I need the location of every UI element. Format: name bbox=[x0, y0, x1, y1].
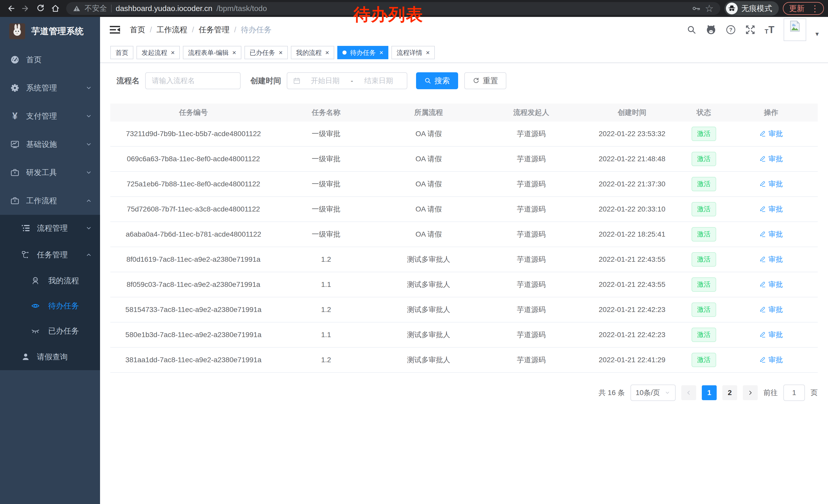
approve-link[interactable]: 审批 bbox=[759, 154, 783, 164]
breadcrumb-current: 待办任务 bbox=[241, 25, 272, 35]
people-icon bbox=[30, 276, 41, 285]
cell-create-time: 2022-01-22 21:48:48 bbox=[581, 155, 683, 163]
tab-home[interactable]: 首页 bbox=[110, 46, 133, 59]
tab-label: 已办任务 bbox=[250, 48, 275, 57]
bookmark-star-icon[interactable]: ☆ bbox=[705, 4, 714, 13]
page-button-2[interactable]: 2 bbox=[722, 385, 737, 400]
sidebar-item-label: 基础设施 bbox=[26, 139, 79, 150]
github-link-button[interactable] bbox=[706, 25, 716, 35]
cell-task-name: 一级审批 bbox=[277, 154, 376, 164]
docs-help-button[interactable]: ? bbox=[726, 25, 736, 35]
browser-menu-icon[interactable]: ⋮ bbox=[809, 4, 821, 13]
sidebar-item-payment[interactable]: ¥ 支付管理 bbox=[0, 102, 100, 130]
cell-starter: 芋道源码 bbox=[482, 179, 581, 189]
sidebar-item-label: 待办任务 bbox=[48, 301, 92, 311]
edit-pen-icon bbox=[759, 256, 766, 263]
header-search-button[interactable] bbox=[687, 25, 696, 35]
cell-task-id: a6aba0a4-7b6d-11ec-b781-acde48001122 bbox=[110, 230, 277, 238]
breadcrumb-home[interactable]: 首页 bbox=[130, 25, 145, 35]
status-badge: 激活 bbox=[692, 328, 716, 342]
tab-process-form-edit[interactable]: 流程表单-编辑× bbox=[183, 46, 241, 59]
table-row: 580e1b3d-7ac8-11ec-a9e2-a2380e71991a 1.1… bbox=[110, 322, 818, 348]
approve-link[interactable]: 审批 bbox=[759, 129, 783, 139]
edit-pen-icon bbox=[759, 357, 766, 363]
sidebar-item-home[interactable]: 首页 bbox=[0, 46, 100, 74]
password-key-icon[interactable] bbox=[692, 4, 701, 13]
browser-home-button[interactable] bbox=[49, 2, 62, 15]
close-icon[interactable]: × bbox=[233, 49, 236, 56]
approve-link[interactable]: 审批 bbox=[759, 305, 783, 315]
sidebar-item-system[interactable]: 系统管理 bbox=[0, 74, 100, 102]
browser-back-button[interactable] bbox=[4, 2, 17, 15]
cell-task-id: 58154733-7ac8-11ec-a9e2-a2380e71991a bbox=[110, 306, 277, 314]
page-size-select[interactable]: 10条/页 bbox=[630, 384, 676, 401]
close-icon[interactable]: × bbox=[279, 49, 283, 56]
sidebar-item-label: 任务管理 bbox=[37, 250, 79, 260]
prev-page-button[interactable] bbox=[681, 385, 696, 400]
chevron-up-icon bbox=[85, 197, 92, 204]
sidebar-item-label: 请假查询 bbox=[37, 352, 92, 362]
next-page-button[interactable] bbox=[743, 385, 758, 400]
sidebar-item-task-management[interactable]: 任务管理 bbox=[0, 241, 100, 268]
goto-page-input[interactable] bbox=[783, 384, 805, 401]
fullscreen-button[interactable] bbox=[745, 25, 755, 35]
sidebar-collapse-button[interactable] bbox=[109, 25, 121, 35]
column-header-task-name: 任务名称 bbox=[277, 108, 376, 118]
process-name-label: 流程名 bbox=[117, 76, 139, 86]
edit-pen-icon bbox=[759, 331, 766, 338]
approve-link[interactable]: 审批 bbox=[759, 229, 783, 239]
sidebar-item-workflow[interactable]: 工作流程 bbox=[0, 187, 100, 215]
reset-button[interactable]: 重置 bbox=[464, 72, 506, 89]
page-button-1[interactable]: 1 bbox=[702, 385, 717, 400]
tab-process-detail[interactable]: 流程详情× bbox=[391, 46, 435, 59]
cell-starter: 芋道源码 bbox=[482, 255, 581, 264]
table-row: 75d72608-7b7f-11ec-a3c8-acde48001122 一级审… bbox=[110, 197, 818, 222]
approve-link[interactable]: 审批 bbox=[759, 255, 783, 264]
approve-link[interactable]: 审批 bbox=[759, 330, 783, 340]
tab-start-process[interactable]: 发起流程× bbox=[136, 46, 180, 59]
cell-process: 测试多审批人 bbox=[376, 330, 482, 340]
sidebar-item-leave-query[interactable]: 请假查询 bbox=[0, 343, 100, 370]
tab-done-task[interactable]: 已办任务× bbox=[244, 46, 288, 59]
avatar-dropdown-caret[interactable]: ▾ bbox=[816, 30, 819, 38]
search-button[interactable]: 搜索 bbox=[416, 72, 458, 89]
browser-update-button[interactable]: 更新 ⋮ bbox=[783, 2, 824, 15]
browser-reload-button[interactable] bbox=[34, 2, 47, 15]
sidebar-item-process-management[interactable]: 流程管理 bbox=[0, 215, 100, 241]
approve-link[interactable]: 审批 bbox=[759, 204, 783, 214]
sidebar-item-dev-tools[interactable]: 研发工具 bbox=[0, 158, 100, 187]
cell-create-time: 2022-01-22 20:33:10 bbox=[581, 205, 683, 213]
sidebar-item-todo-task[interactable]: 待办任务 bbox=[0, 293, 100, 318]
approve-link[interactable]: 审批 bbox=[759, 355, 783, 365]
user-avatar[interactable] bbox=[784, 18, 806, 41]
close-icon[interactable]: × bbox=[426, 49, 430, 56]
annotation-todo-list: 待办列表 bbox=[354, 3, 423, 26]
approve-link[interactable]: 审批 bbox=[759, 280, 783, 289]
table-row: a6aba0a4-7b6d-11ec-b781-acde48001122 一级审… bbox=[110, 222, 818, 247]
sidebar-item-done-task[interactable]: 已办任务 bbox=[0, 318, 100, 343]
tab-todo-task[interactable]: 待办任务× bbox=[337, 46, 388, 59]
cell-starter: 芋道源码 bbox=[482, 280, 581, 289]
close-icon[interactable]: × bbox=[325, 49, 329, 56]
sidebar-item-label: 已办任务 bbox=[48, 326, 92, 336]
cell-process: OA 请假 bbox=[376, 179, 482, 189]
close-icon[interactable]: × bbox=[171, 49, 175, 56]
font-size-button[interactable]: TT bbox=[764, 25, 774, 35]
create-time-range-picker[interactable]: 开始日期 - 结束日期 bbox=[287, 72, 407, 89]
sidebar-item-my-process[interactable]: 我的流程 bbox=[0, 268, 100, 293]
process-name-input[interactable] bbox=[145, 72, 241, 89]
breadcrumb-separator: / bbox=[234, 26, 236, 34]
breadcrumb-task-management[interactable]: 任务管理 bbox=[199, 25, 230, 35]
sidebar-item-label: 系统管理 bbox=[26, 83, 79, 93]
tab-my-process[interactable]: 我的流程× bbox=[291, 46, 334, 59]
end-date-placeholder[interactable]: 结束日期 bbox=[356, 76, 401, 86]
sidebar-item-infrastructure[interactable]: 基础设施 bbox=[0, 130, 100, 158]
close-icon[interactable]: × bbox=[379, 49, 383, 56]
start-date-placeholder[interactable]: 开始日期 bbox=[303, 76, 347, 86]
approve-link[interactable]: 审批 bbox=[759, 179, 783, 189]
breadcrumb-workflow[interactable]: 工作流程 bbox=[157, 25, 187, 35]
sidebar-item-label: 首页 bbox=[26, 55, 92, 65]
browser-forward-button[interactable] bbox=[19, 2, 32, 15]
status-badge: 激活 bbox=[692, 277, 716, 291]
sidebar-logo[interactable]: 芋道管理系统 bbox=[0, 17, 100, 46]
